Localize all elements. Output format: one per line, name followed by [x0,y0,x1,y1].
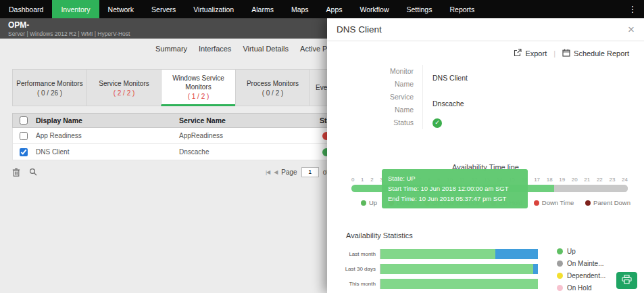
nav-item-reports[interactable]: Reports [441,0,483,18]
chart-bar-last-30-days [380,264,538,274]
nav-item-dashboard[interactable]: Dashboard [0,0,52,18]
legend-label: On Mainte... [567,260,603,267]
chart-legend-on-mainte[interactable]: On Mainte... [557,260,605,267]
nav-item-settings[interactable]: Settings [398,0,441,18]
nav-item-maps[interactable]: Maps [282,0,318,18]
stats-title: Availability Statistics [346,231,644,240]
tooltip-end-time: End Time: 10 Jun 2018 05:37:47 pm SGT [388,194,522,204]
screen: DashboardInventoryNetworkServersVirtuali… [0,0,644,293]
page-number-input[interactable] [301,167,319,177]
schedule-report-label: Schedule Report [574,49,629,58]
bar-segment-not-monitored [495,249,538,259]
cell-service-name: AppReadiness [179,132,320,139]
panel-title: DNS Client [337,24,382,35]
chart-legend-up[interactable]: Up [557,248,605,255]
chart-bar-this-month [380,279,538,289]
tooltip-start-time: Start Time: 10 Jun 2018 12:00:00 am SGT [388,183,522,194]
close-icon[interactable]: × [628,24,635,35]
timeline-legend-down-time: Down Time [534,199,574,206]
search-icon[interactable] [29,168,37,176]
select-all-checkbox[interactable] [20,116,28,125]
monitor-details: Monitor Name DNS Client Service Name Dns… [380,65,644,129]
delete-icon[interactable] [12,168,20,177]
bar-segment-up [380,249,495,259]
row-checkbox[interactable] [20,148,28,156]
chart-category-label: This month [338,281,380,287]
legend-label: Up [369,199,377,206]
timeline-legend-parent-down: Parent Down [585,199,630,206]
first-page-icon[interactable]: |◀ [266,169,270,175]
nav-item-workflow[interactable]: Workflow [351,0,398,18]
nav-item-apps[interactable]: Apps [318,0,351,18]
legend-label: On Hold [567,284,592,292]
tab-interfaces[interactable]: Interfaces [199,43,231,54]
export-label: Export [525,49,547,58]
print-button[interactable] [616,272,637,289]
availability-tooltip: State: UP Start Time: 10 Jun 2018 12:00:… [382,169,528,208]
detail-row-service-name: Service Name Dnscache [380,91,644,116]
legend-label: Dependent... [567,272,605,279]
schedule-report-button[interactable]: Schedule Report [562,49,629,58]
bar-segment-up [380,264,533,274]
monitor-name-label: Monitor Name [380,65,423,91]
chart-bar-last-month [380,249,538,259]
status-value: ✓ [423,116,442,129]
tab-virtual-details[interactable]: Virtual Details [243,43,289,54]
page-label: Page [281,168,297,176]
header-service-name[interactable]: Service Name [179,116,320,125]
legend-label: Down Time [542,199,574,206]
monitor-tab-performance-monitors[interactable]: Performance Monitors( 0 / 26 ) [12,69,86,106]
pagination: |◀ ◀ Page of [266,167,328,177]
stats-chart-legend: UpOn Mainte...Dependent...On HoldDownNot… [557,246,605,293]
more-menu-icon[interactable]: ⋮ [621,0,644,18]
monitor-tab-process-monitors[interactable]: Process Monitors( 0 / 2 ) [235,69,309,106]
print-icon [622,275,632,287]
table-toolbar: |◀ ◀ Page of [0,164,328,179]
timeline-segment-not-monitored [554,185,628,192]
bar-segment-up [380,279,538,289]
status-label: Status [380,116,423,129]
nav-item-servers[interactable]: Servers [143,0,184,18]
nav-item-virtualization[interactable]: Virtualization [184,0,243,18]
tab-summary[interactable]: Summary [155,43,187,54]
service-name-label: Service Name [380,91,423,116]
detail-row-status: Status ✓ [380,116,644,129]
nav-item-alarms[interactable]: Alarms [243,0,282,18]
chart-row-last-month: Last month [338,246,538,261]
chart-legend-on-hold[interactable]: On Hold [557,284,605,292]
chart-row-this-month: This month [338,276,538,291]
legend-label: Parent Down [593,199,630,206]
cell-service-name: Dnscache [179,148,320,156]
bar-segment-not-monitored [533,264,538,274]
panel-actions: Export | Schedule Report [327,41,644,58]
chart-legend-dependent[interactable]: Dependent... [557,272,605,279]
chart-category-label: Last month [338,251,380,257]
monitor-tab-service-monitors[interactable]: Service Monitors( 2 / 2 ) [86,69,161,106]
legend-label: Up [567,248,576,255]
row-checkbox[interactable] [20,132,28,140]
status-up-icon: ✓ [432,118,442,128]
nav-item-network[interactable]: Network [99,0,143,18]
header-display-name[interactable]: Display Name [36,116,179,125]
top-nav: DashboardInventoryNetworkServersVirtuali… [0,0,644,18]
stats-chart: Last monthLast 30 daysThis monthLast wee… [338,246,633,293]
export-button[interactable]: Export [514,49,547,58]
cell-display-name: App Readiness [36,132,179,139]
timeline-legend-up: Up [361,199,377,206]
dns-client-panel: DNS Client × Export | [327,18,644,293]
tooltip-state: State: UP [388,173,522,183]
monitor-tab-windows-service-monitors[interactable]: Windows Service Monitors( 1 / 2 ) [161,69,235,106]
stats-chart-rows: Last monthLast 30 daysThis monthLast wee… [338,246,538,293]
schedule-report-icon [562,49,570,58]
chart-row-last-30-days: Last 30 days [338,261,538,276]
service-name-value: Dnscache [423,91,464,116]
header-checkbox-cell [13,116,36,125]
cell-display-name: DNS Client [36,148,179,156]
panel-header: DNS Client × [327,18,644,41]
monitor-name-value: DNS Client [423,65,468,91]
nav-item-inventory[interactable]: Inventory [52,0,99,18]
chart-category-label: Last 30 days [338,266,380,272]
actions-separator: | [553,49,555,58]
detail-row-monitor-name: Monitor Name DNS Client [380,65,644,91]
prev-page-icon[interactable]: ◀ [274,169,277,175]
